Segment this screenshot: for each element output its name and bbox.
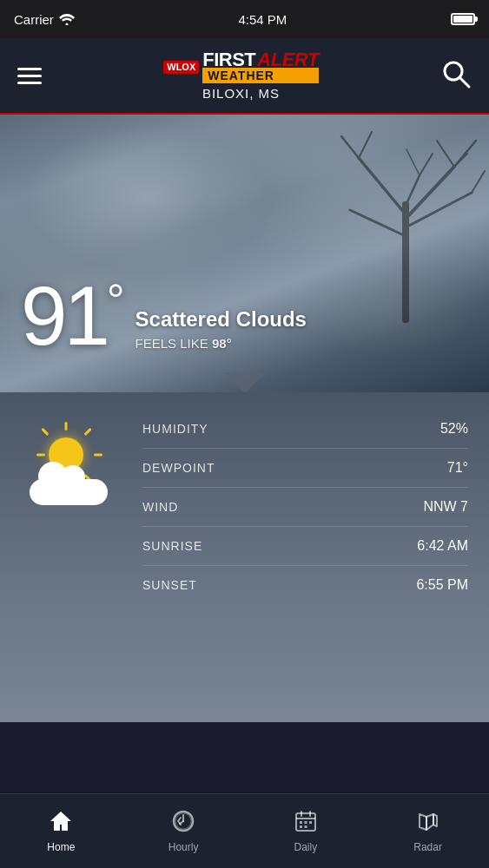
humidity-value: 52%	[440, 421, 468, 437]
battery-icon	[451, 13, 475, 25]
condition-block: Scattered Clouds FEELS LIKE 98°	[135, 307, 307, 351]
svg-line-4	[406, 167, 454, 219]
svg-line-6	[359, 158, 406, 214]
sunrise-label: SUNRISE	[142, 539, 202, 553]
svg-line-2	[459, 77, 469, 87]
nav-item-hourly[interactable]: Hourly	[122, 794, 245, 868]
first-label: FIRST	[202, 50, 255, 69]
wlox-label: WLOX	[163, 61, 199, 74]
logo-badge: WLOX FIRST ALERT WEATHER	[163, 50, 319, 83]
degree-symbol: °	[107, 275, 122, 326]
stat-row-wind: WIND NNW 7	[142, 488, 468, 527]
home-nav-label: Home	[47, 841, 75, 853]
carrier-label: Carrier	[14, 12, 54, 27]
wifi-icon	[59, 14, 75, 25]
wind-value: NNW 7	[423, 499, 468, 515]
menu-button[interactable]	[17, 68, 42, 84]
search-button[interactable]	[440, 58, 472, 93]
radar-nav-label: Radar	[413, 841, 442, 853]
partly-cloudy-icon	[30, 436, 116, 505]
feels-like: FEELS LIKE 98°	[135, 336, 307, 351]
feels-like-value: 98°	[212, 336, 232, 351]
svg-point-0	[65, 23, 68, 25]
svg-rect-28	[300, 825, 302, 828]
weather-icon-container	[21, 436, 125, 505]
logo-area: WLOX FIRST ALERT WEATHER BILOXI, MS	[163, 50, 319, 101]
svg-line-16	[406, 149, 420, 175]
alert-label: ALERT	[257, 50, 318, 69]
svg-line-13	[359, 132, 372, 158]
bottom-nav: Home Hourly	[0, 793, 489, 868]
dewpoint-value: 71°	[447, 460, 468, 476]
carrier-wifi: Carrier	[14, 12, 75, 27]
hourly-nav-label: Hourly	[169, 841, 199, 853]
app-header: WLOX FIRST ALERT WEATHER BILOXI, MS	[0, 38, 489, 115]
time-label: 4:54 PM	[238, 12, 287, 27]
search-icon	[440, 58, 472, 89]
svg-rect-27	[309, 821, 312, 824]
daily-nav-label: Daily	[294, 841, 318, 853]
details-section: HUMIDITY 52% DEWPOINT 71° WIND NNW 7 SUN…	[0, 392, 489, 722]
radar-icon	[416, 809, 440, 838]
stat-row-dewpoint: DEWPOINT 71°	[142, 449, 468, 488]
svg-line-12	[341, 136, 359, 158]
nav-item-radar[interactable]: Radar	[367, 794, 489, 868]
hourly-icon	[171, 809, 195, 838]
humidity-label: HUMIDITY	[142, 422, 208, 436]
svg-line-10	[454, 154, 467, 167]
svg-line-7	[350, 210, 406, 236]
svg-rect-26	[304, 821, 307, 824]
temperature-display: 91°	[21, 274, 122, 358]
home-icon	[49, 809, 73, 838]
hero-pointer	[224, 372, 266, 392]
svg-rect-29	[304, 825, 307, 828]
status-bar: Carrier 4:54 PM	[0, 0, 489, 38]
temperature-value: 91	[21, 269, 107, 362]
stat-row-sunset: SUNSET 6:55 PM	[142, 566, 468, 604]
stat-row-sunrise: SUNRISE 6:42 AM	[142, 527, 468, 566]
sunset-label: SUNSET	[142, 578, 197, 592]
daily-icon	[294, 809, 318, 838]
svg-line-15	[420, 154, 433, 175]
stats-table: HUMIDITY 52% DEWPOINT 71° WIND NNW 7 SUN…	[142, 410, 468, 604]
svg-line-9	[437, 141, 454, 167]
svg-rect-25	[300, 821, 302, 824]
nav-item-daily[interactable]: Daily	[245, 794, 367, 868]
condition-label: Scattered Clouds	[135, 307, 307, 332]
svg-line-11	[472, 171, 485, 193]
svg-line-14	[406, 175, 420, 206]
wind-label: WIND	[142, 500, 178, 514]
weather-label: WEATHER	[202, 68, 319, 83]
location-label: BILOXI, MS	[202, 86, 280, 101]
nav-item-home[interactable]: Home	[0, 794, 122, 868]
weather-hero: 91° Scattered Clouds FEELS LIKE 98°	[0, 115, 489, 392]
sunrise-value: 6:42 AM	[417, 538, 468, 554]
stat-row-humidity: HUMIDITY 52%	[142, 410, 468, 449]
weather-info: 91° Scattered Clouds FEELS LIKE 98°	[0, 274, 489, 358]
dewpoint-label: DEWPOINT	[142, 461, 215, 475]
feels-like-label: FEELS LIKE	[135, 336, 208, 351]
sunset-value: 6:55 PM	[416, 577, 468, 593]
